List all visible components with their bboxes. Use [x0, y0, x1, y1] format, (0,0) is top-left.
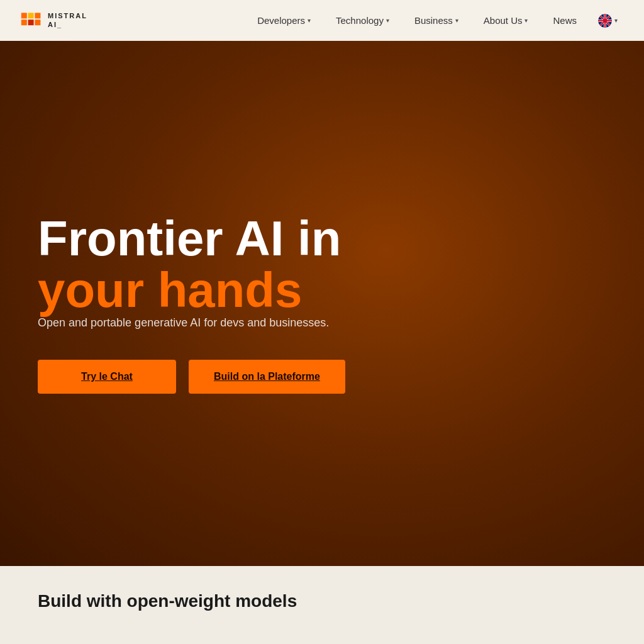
hero-section: Frontier AI in your hands Open and porta…: [0, 41, 644, 566]
hero-title-line2: your hands: [38, 265, 606, 316]
svg-rect-5: [35, 19, 40, 25]
nav-item-news[interactable]: News: [543, 10, 587, 31]
nav-link-about-us[interactable]: About Us ▾: [474, 10, 538, 31]
flag-uk-icon: [598, 14, 612, 28]
logo-text: MISTRAL AI_: [48, 12, 87, 28]
nav-item-about-us[interactable]: About Us ▾: [474, 10, 538, 31]
chevron-down-icon: ▾: [525, 17, 528, 24]
hero-subtitle: Open and portable generative AI for devs…: [38, 316, 352, 330]
chevron-down-icon: ▾: [386, 17, 389, 24]
nav-item-technology[interactable]: Technology ▾: [326, 10, 399, 31]
logo[interactable]: MISTRAL AI_: [20, 9, 87, 32]
nav-item-developers[interactable]: Developers ▾: [247, 10, 321, 31]
nav-link-developers[interactable]: Developers ▾: [247, 10, 321, 31]
svg-rect-2: [28, 13, 34, 18]
bottom-title: Build with open-weight models: [38, 591, 606, 611]
nav-link-technology[interactable]: Technology ▾: [326, 10, 399, 31]
svg-rect-1: [21, 19, 27, 25]
bottom-section: Build with open-weight models: [0, 566, 644, 644]
navbar: MISTRAL AI_ Developers ▾ Technology ▾ Bu…: [0, 0, 644, 41]
nav-link-business[interactable]: Business ▾: [404, 10, 469, 31]
nav-item-language[interactable]: ▾: [592, 10, 624, 31]
nav-item-business[interactable]: Business ▾: [404, 10, 469, 31]
chevron-down-icon: ▾: [308, 17, 311, 24]
nav-links: Developers ▾ Technology ▾ Business ▾ Abo…: [247, 10, 624, 31]
mistral-logo-icon: [20, 9, 43, 32]
svg-rect-3: [28, 19, 34, 25]
hero-buttons: Try le Chat Build on la Plateforme: [38, 360, 606, 394]
try-chat-button[interactable]: Try le Chat: [38, 360, 176, 394]
hero-title-line1: Frontier AI in: [38, 213, 606, 265]
language-selector[interactable]: ▾: [592, 10, 624, 31]
svg-rect-4: [35, 13, 40, 18]
chevron-down-icon: ▾: [455, 17, 458, 24]
lang-chevron-icon: ▾: [614, 17, 618, 24]
svg-rect-0: [21, 13, 27, 18]
nav-link-news[interactable]: News: [543, 10, 587, 31]
build-platform-button[interactable]: Build on la Plateforme: [189, 360, 345, 394]
